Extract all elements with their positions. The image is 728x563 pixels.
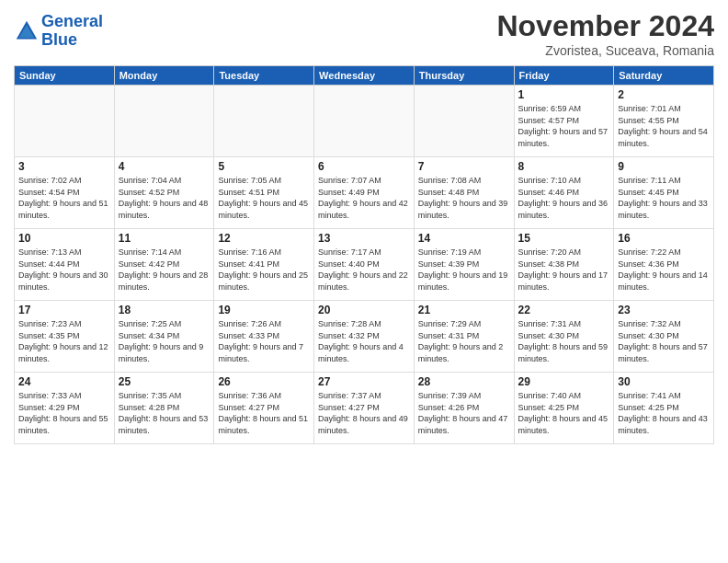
calendar-cell: 16Sunrise: 7:22 AM Sunset: 4:36 PM Dayli… <box>614 229 714 301</box>
calendar-cell: 20Sunrise: 7:28 AM Sunset: 4:32 PM Dayli… <box>314 301 415 373</box>
month-title: November 2024 <box>496 9 714 43</box>
day-info: Sunrise: 7:16 AM Sunset: 4:41 PM Dayligh… <box>218 247 310 293</box>
calendar-header-row: Sunday Monday Tuesday Wednesday Thursday… <box>15 66 714 86</box>
day-number: 18 <box>119 304 210 316</box>
day-info: Sunrise: 7:01 AM Sunset: 4:55 PM Dayligh… <box>618 103 710 149</box>
calendar-cell: 7Sunrise: 7:08 AM Sunset: 4:48 PM Daylig… <box>414 157 514 229</box>
logo-icon <box>14 18 40 44</box>
calendar-cell: 10Sunrise: 7:13 AM Sunset: 4:44 PM Dayli… <box>15 229 115 301</box>
logo: General Blue <box>14 13 103 50</box>
day-info: Sunrise: 7:26 AM Sunset: 4:33 PM Dayligh… <box>218 318 310 364</box>
calendar-cell: 21Sunrise: 7:29 AM Sunset: 4:31 PM Dayli… <box>414 301 514 373</box>
calendar-cell: 19Sunrise: 7:26 AM Sunset: 4:33 PM Dayli… <box>214 301 314 373</box>
calendar-cell: 11Sunrise: 7:14 AM Sunset: 4:42 PM Dayli… <box>114 229 214 301</box>
calendar-cell: 29Sunrise: 7:40 AM Sunset: 4:25 PM Dayli… <box>514 373 614 444</box>
calendar-cell: 22Sunrise: 7:31 AM Sunset: 4:30 PM Dayli… <box>514 301 614 373</box>
day-number: 7 <box>418 160 510 173</box>
day-number: 17 <box>18 304 110 316</box>
col-monday: Monday <box>114 66 214 86</box>
day-number: 22 <box>518 304 610 316</box>
calendar-cell: 17Sunrise: 7:23 AM Sunset: 4:35 PM Dayli… <box>15 301 115 373</box>
day-info: Sunrise: 7:19 AM Sunset: 4:39 PM Dayligh… <box>418 247 510 293</box>
day-info: Sunrise: 7:28 AM Sunset: 4:32 PM Dayligh… <box>318 318 410 364</box>
calendar-cell: 30Sunrise: 7:41 AM Sunset: 4:25 PM Dayli… <box>614 373 714 444</box>
calendar-cell: 9Sunrise: 7:11 AM Sunset: 4:45 PM Daylig… <box>614 157 714 229</box>
calendar-week-4: 17Sunrise: 7:23 AM Sunset: 4:35 PM Dayli… <box>15 301 714 373</box>
day-info: Sunrise: 7:04 AM Sunset: 4:52 PM Dayligh… <box>119 175 210 221</box>
day-info: Sunrise: 7:23 AM Sunset: 4:35 PM Dayligh… <box>18 318 110 364</box>
calendar-week-3: 10Sunrise: 7:13 AM Sunset: 4:44 PM Dayli… <box>15 229 714 301</box>
day-number: 4 <box>119 160 210 173</box>
day-number: 23 <box>618 304 710 316</box>
col-thursday: Thursday <box>414 66 514 86</box>
col-sunday: Sunday <box>15 66 115 86</box>
day-number: 15 <box>518 232 610 245</box>
calendar-cell: 27Sunrise: 7:37 AM Sunset: 4:27 PM Dayli… <box>314 373 415 444</box>
calendar-cell: 15Sunrise: 7:20 AM Sunset: 4:38 PM Dayli… <box>514 229 614 301</box>
day-info: Sunrise: 6:59 AM Sunset: 4:57 PM Dayligh… <box>518 103 610 149</box>
day-number: 14 <box>418 232 510 245</box>
calendar-cell <box>114 86 214 157</box>
day-info: Sunrise: 7:32 AM Sunset: 4:30 PM Dayligh… <box>618 318 710 364</box>
day-number: 2 <box>618 88 710 101</box>
day-number: 12 <box>218 232 310 245</box>
day-info: Sunrise: 7:37 AM Sunset: 4:27 PM Dayligh… <box>318 390 410 436</box>
day-number: 21 <box>418 304 510 316</box>
calendar-cell: 2Sunrise: 7:01 AM Sunset: 4:55 PM Daylig… <box>614 86 714 157</box>
location: Zvoristea, Suceava, Romania <box>496 43 714 58</box>
day-info: Sunrise: 7:13 AM Sunset: 4:44 PM Dayligh… <box>18 247 110 293</box>
calendar-week-1: 1Sunrise: 6:59 AM Sunset: 4:57 PM Daylig… <box>15 86 714 157</box>
calendar-cell: 3Sunrise: 7:02 AM Sunset: 4:54 PM Daylig… <box>15 157 115 229</box>
logo-text: General Blue <box>41 13 103 50</box>
day-info: Sunrise: 7:08 AM Sunset: 4:48 PM Dayligh… <box>418 175 510 221</box>
day-number: 9 <box>618 160 710 173</box>
day-info: Sunrise: 7:20 AM Sunset: 4:38 PM Dayligh… <box>518 247 610 293</box>
logo-line2: Blue <box>41 30 77 49</box>
day-info: Sunrise: 7:29 AM Sunset: 4:31 PM Dayligh… <box>418 318 510 364</box>
calendar-cell <box>414 86 514 157</box>
day-info: Sunrise: 7:11 AM Sunset: 4:45 PM Dayligh… <box>618 175 710 221</box>
day-info: Sunrise: 7:41 AM Sunset: 4:25 PM Dayligh… <box>618 390 710 436</box>
calendar-cell: 12Sunrise: 7:16 AM Sunset: 4:41 PM Dayli… <box>214 229 314 301</box>
col-saturday: Saturday <box>614 66 714 86</box>
calendar-cell: 8Sunrise: 7:10 AM Sunset: 4:46 PM Daylig… <box>514 157 614 229</box>
day-number: 6 <box>318 160 410 173</box>
day-info: Sunrise: 7:35 AM Sunset: 4:28 PM Dayligh… <box>119 390 210 436</box>
calendar-cell: 24Sunrise: 7:33 AM Sunset: 4:29 PM Dayli… <box>15 373 115 444</box>
calendar-cell: 26Sunrise: 7:36 AM Sunset: 4:27 PM Dayli… <box>214 373 314 444</box>
day-number: 8 <box>518 160 610 173</box>
calendar-cell: 23Sunrise: 7:32 AM Sunset: 4:30 PM Dayli… <box>614 301 714 373</box>
col-tuesday: Tuesday <box>214 66 314 86</box>
day-info: Sunrise: 7:31 AM Sunset: 4:30 PM Dayligh… <box>518 318 610 364</box>
calendar-cell: 5Sunrise: 7:05 AM Sunset: 4:51 PM Daylig… <box>214 157 314 229</box>
day-info: Sunrise: 7:07 AM Sunset: 4:49 PM Dayligh… <box>318 175 410 221</box>
calendar-table: Sunday Monday Tuesday Wednesday Thursday… <box>14 65 714 444</box>
day-number: 30 <box>618 375 710 388</box>
col-wednesday: Wednesday <box>314 66 415 86</box>
day-info: Sunrise: 7:17 AM Sunset: 4:40 PM Dayligh… <box>318 247 410 293</box>
day-number: 16 <box>618 232 710 245</box>
logo-line1: General <box>41 12 103 30</box>
calendar-cell: 6Sunrise: 7:07 AM Sunset: 4:49 PM Daylig… <box>314 157 415 229</box>
day-info: Sunrise: 7:36 AM Sunset: 4:27 PM Dayligh… <box>218 390 310 436</box>
calendar-cell: 18Sunrise: 7:25 AM Sunset: 4:34 PM Dayli… <box>114 301 214 373</box>
calendar-cell: 14Sunrise: 7:19 AM Sunset: 4:39 PM Dayli… <box>414 229 514 301</box>
day-number: 27 <box>318 375 410 388</box>
day-info: Sunrise: 7:25 AM Sunset: 4:34 PM Dayligh… <box>119 318 210 364</box>
day-info: Sunrise: 7:14 AM Sunset: 4:42 PM Dayligh… <box>119 247 210 293</box>
day-number: 28 <box>418 375 510 388</box>
day-number: 19 <box>218 304 310 316</box>
day-number: 26 <box>218 375 310 388</box>
calendar-cell: 4Sunrise: 7:04 AM Sunset: 4:52 PM Daylig… <box>114 157 214 229</box>
day-info: Sunrise: 7:02 AM Sunset: 4:54 PM Dayligh… <box>18 175 110 221</box>
calendar-cell <box>214 86 314 157</box>
calendar-cell: 1Sunrise: 6:59 AM Sunset: 4:57 PM Daylig… <box>514 86 614 157</box>
day-number: 1 <box>518 88 610 101</box>
title-block: November 2024 Zvoristea, Suceava, Romani… <box>496 9 714 58</box>
day-number: 5 <box>218 160 310 173</box>
day-number: 24 <box>18 375 110 388</box>
page-container: General Blue November 2024 Zvoristea, Su… <box>0 0 728 563</box>
calendar-week-2: 3Sunrise: 7:02 AM Sunset: 4:54 PM Daylig… <box>15 157 714 229</box>
col-friday: Friday <box>514 66 614 86</box>
calendar-cell: 25Sunrise: 7:35 AM Sunset: 4:28 PM Dayli… <box>114 373 214 444</box>
